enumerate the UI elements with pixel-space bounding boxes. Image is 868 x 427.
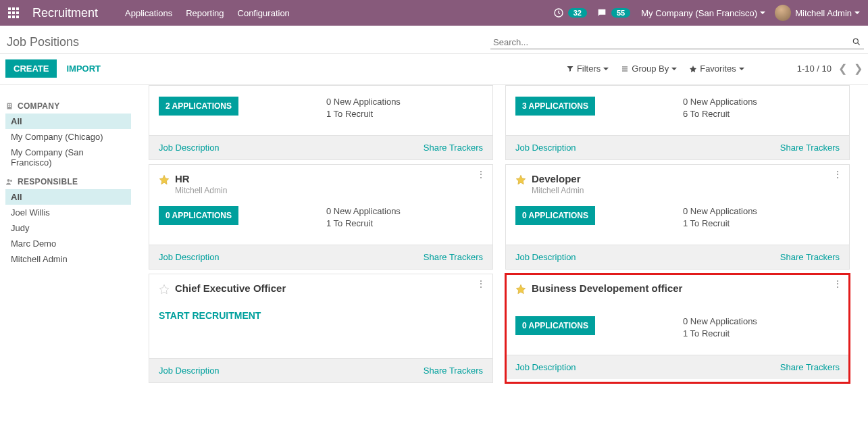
search-input[interactable] <box>493 37 852 47</box>
new-apps-text: 0 New Applications <box>683 316 757 326</box>
caret-down-icon <box>854 11 860 14</box>
job-subtitle: Mitchell Admin <box>532 186 584 195</box>
card-menu-icon[interactable]: ⋮ <box>833 173 842 176</box>
card-stats: 0 New Applications 1 To Recruit <box>683 206 757 228</box>
groupby-label: Group By <box>632 64 669 74</box>
sidebar-company-chicago[interactable]: My Company (Chicago) <box>5 129 131 145</box>
job-title: Business Developement officer <box>532 282 682 294</box>
filters-label: Filters <box>577 64 601 74</box>
activity-icon[interactable]: 32 <box>553 7 587 18</box>
menu-configuration[interactable]: Configuration <box>238 8 290 18</box>
sidebar-responsible-marc[interactable]: Marc Demo <box>5 236 131 251</box>
svg-rect-6 <box>10 106 11 107</box>
user-avatar[interactable] <box>775 5 791 21</box>
star-favorite-icon[interactable] <box>515 284 526 295</box>
card-footer: Job Description Share Trackers <box>506 245 849 269</box>
company-selector[interactable]: My Company (San Francisco) <box>641 8 765 18</box>
job-title: Chief Executive Officer <box>175 282 286 294</box>
job-title: HR <box>175 173 227 184</box>
to-recruit-text: 1 To Recruit <box>683 328 757 338</box>
menu-reporting[interactable]: Reporting <box>186 8 224 18</box>
share-trackers-link[interactable]: Share Trackers <box>424 366 483 376</box>
user-name-label: Mitchell Admin <box>795 8 852 18</box>
building-icon <box>5 102 14 110</box>
to-recruit-text: 6 To Recruit <box>683 109 757 119</box>
kanban-row-2: ⋮ Chief Executive Officer START RECRUITM… <box>149 274 868 383</box>
user-menu[interactable]: Mitchell Admin <box>795 8 860 18</box>
svg-rect-4 <box>10 104 11 105</box>
card-menu-icon[interactable]: ⋮ <box>476 282 486 285</box>
caret-down-icon <box>739 68 744 70</box>
card-head: Developer Mitchell Admin <box>506 165 849 198</box>
search-icon[interactable] <box>852 37 861 47</box>
applications-button[interactable]: 0 APPLICATIONS <box>159 206 238 225</box>
svg-rect-2 <box>7 103 12 109</box>
card-menu-icon[interactable]: ⋮ <box>833 282 842 285</box>
star-favorite-icon[interactable] <box>159 174 170 185</box>
job-description-link[interactable]: Job Description <box>515 252 576 262</box>
sidebar-responsible-judy[interactable]: Judy <box>5 220 131 236</box>
sidebar-responsible-all[interactable]: All <box>5 189 131 205</box>
sidebar-company-all[interactable]: All <box>5 114 131 129</box>
header-title-row: Job Positions <box>0 26 868 54</box>
card-stats: 0 New Applications 1 To Recruit <box>326 206 401 228</box>
applications-button[interactable]: 2 APPLICATIONS <box>159 97 238 116</box>
job-card-developer[interactable]: ⋮ Developer Mitchell Admin 0 APPLICATION… <box>505 164 850 270</box>
chat-icon[interactable]: 55 <box>596 7 630 18</box>
applications-button[interactable]: 0 APPLICATIONS <box>515 316 595 335</box>
start-recruitment-button[interactable]: START RECRUITMENT <box>159 305 261 326</box>
applications-button[interactable]: 3 APPLICATIONS <box>515 97 595 116</box>
activity-badge: 32 <box>568 8 587 18</box>
job-card-bdo[interactable]: ⋮ Business Developement officer 0 APPLIC… <box>505 274 850 383</box>
card-body: 3 APPLICATIONS 0 New Applications 6 To R… <box>506 89 849 135</box>
job-card-hr[interactable]: ⋮ HR Mitchell Admin 0 APPLICATIONS 0 New… <box>149 164 493 270</box>
job-card-ceo[interactable]: ⋮ Chief Executive Officer START RECRUITM… <box>149 274 493 383</box>
star-unfavorite-icon[interactable] <box>159 284 170 295</box>
card-footer: Job Description Share Trackers <box>149 135 492 159</box>
funnel-icon <box>566 65 574 73</box>
sidebar-responsible-mitchell[interactable]: Mitchell Admin <box>5 251 131 267</box>
favorites-menu[interactable]: Favorites <box>689 64 744 74</box>
filters-menu[interactable]: Filters <box>566 64 609 74</box>
applications-button[interactable]: 0 APPLICATIONS <box>515 206 595 225</box>
company-label: My Company (San Francisco) <box>641 8 757 18</box>
share-trackers-link[interactable]: Share Trackers <box>780 252 840 262</box>
star-favorite-icon[interactable] <box>515 174 526 185</box>
responsible-heading-label: RESPONSIBLE <box>18 177 78 186</box>
sidebar-company-sf[interactable]: My Company (San Francisco) <box>5 145 131 170</box>
sidebar-responsible-joel[interactable]: Joel Willis <box>5 205 131 220</box>
card-footer: Job Description Share Trackers <box>506 135 849 159</box>
app-brand[interactable]: Recruitment <box>32 6 98 20</box>
share-trackers-link[interactable]: Share Trackers <box>424 143 483 153</box>
job-description-link[interactable]: Job Description <box>515 362 576 372</box>
card-body: 2 APPLICATIONS 0 New Applications 1 To R… <box>149 89 492 135</box>
list-icon <box>621 65 629 73</box>
sidebar-heading-company: COMPANY <box>5 101 131 111</box>
card-stats: 0 New Applications 6 To Recruit <box>683 97 757 119</box>
search-box[interactable] <box>490 36 864 49</box>
job-description-link[interactable]: Job Description <box>159 366 220 376</box>
card-body: 0 APPLICATIONS 0 New Applications 1 To R… <box>149 198 492 245</box>
create-button[interactable]: CREATE <box>5 59 57 78</box>
apps-grid-icon[interactable] <box>8 7 19 18</box>
share-trackers-link[interactable]: Share Trackers <box>780 143 840 153</box>
share-trackers-link[interactable]: Share Trackers <box>780 362 840 372</box>
pager-next[interactable]: ❯ <box>854 62 863 75</box>
pager-prev[interactable]: ❮ <box>838 62 847 75</box>
job-description-link[interactable]: Job Description <box>515 143 576 153</box>
new-apps-text: 0 New Applications <box>326 206 401 216</box>
card-footer: Job Description Share Trackers <box>149 358 492 382</box>
job-card[interactable]: 3 APPLICATIONS 0 New Applications 6 To R… <box>505 85 850 160</box>
job-description-link[interactable]: Job Description <box>159 143 220 153</box>
menu-applications[interactable]: Applications <box>125 8 172 18</box>
import-button[interactable]: IMPORT <box>66 64 101 74</box>
card-menu-icon[interactable]: ⋮ <box>476 173 486 176</box>
search-toolbar: Filters Group By Favorites 1-10 / 10 ❮ ❯ <box>566 62 863 75</box>
pager: 1-10 / 10 ❮ ❯ <box>797 62 863 75</box>
share-trackers-link[interactable]: Share Trackers <box>424 252 483 262</box>
job-description-link[interactable]: Job Description <box>159 252 220 262</box>
favorites-label: Favorites <box>700 64 736 74</box>
job-card[interactable]: 2 APPLICATIONS 0 New Applications 1 To R… <box>149 85 493 160</box>
groupby-menu[interactable]: Group By <box>621 64 677 74</box>
kanban-row-0: 2 APPLICATIONS 0 New Applications 1 To R… <box>149 85 868 160</box>
